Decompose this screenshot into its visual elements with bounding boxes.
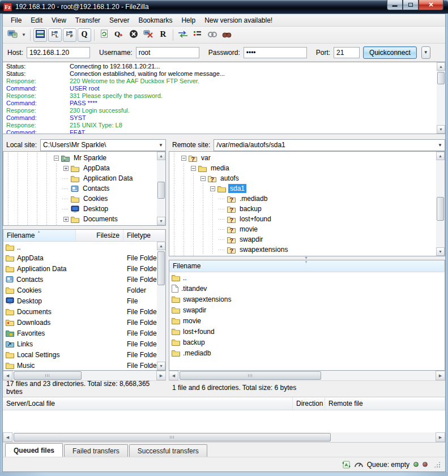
remote-tree-item-var[interactable]: −?var xyxy=(169,153,436,163)
scroll-up-icon[interactable]: ▲ xyxy=(157,242,165,250)
remote-file-row-backup[interactable]: backup xyxy=(169,337,445,348)
quickconnect-button[interactable]: Quickconnect xyxy=(363,46,417,59)
local-tree-item-mr-sparkle[interactable]: −Mr Sparkle xyxy=(3,153,157,163)
remote-tree-item-media[interactable]: −media xyxy=(169,163,436,173)
remote-tree-scrollbar[interactable]: ▲ ▼ xyxy=(436,152,445,256)
remote-file-row-swapdir[interactable]: swapdir xyxy=(169,305,445,315)
local-file-row-cookies[interactable]: CookiesFolder xyxy=(3,285,157,295)
local-tree-scrollbar[interactable]: ▲ ▼ xyxy=(157,152,165,225)
resize-grip[interactable] xyxy=(434,461,441,468)
scroll-up-icon[interactable]: ▲ xyxy=(437,62,445,71)
password-input[interactable] xyxy=(244,47,307,58)
menu-item-help[interactable]: Help xyxy=(177,15,200,25)
remote-file-row-mediadb[interactable]: .mediadb xyxy=(169,348,445,358)
local-tree-item-application-data[interactable]: Application Data xyxy=(3,173,157,183)
remote-tree-item-mediadb[interactable]: ?.mediadb xyxy=(169,194,436,204)
username-input[interactable] xyxy=(136,47,199,58)
local-file-row-appdata[interactable]: AppDataFile Folder xyxy=(3,252,157,263)
expand-icon[interactable]: + xyxy=(61,166,71,171)
remote-tree-item-sda1[interactable]: −sda1 xyxy=(169,183,436,194)
toggle-remote-tree-button[interactable]: F xyxy=(63,28,76,42)
local-file-row-item[interactable]: .. xyxy=(3,242,157,252)
remote-tree-item-autofs[interactable]: −?autofs xyxy=(169,173,436,183)
toggle-queue-button[interactable]: Q xyxy=(78,28,91,42)
column-header-filename[interactable]: Filename▼ xyxy=(169,260,445,272)
queue-hscrollbar[interactable]: ◀ ▶ xyxy=(3,432,445,442)
title-bar[interactable]: Fz 192.168.1.20 - root@192.168.1.20 - Fi… xyxy=(0,0,448,14)
cancel-button[interactable] xyxy=(127,28,140,42)
toggle-local-tree-button[interactable]: L xyxy=(48,28,62,42)
dropdown-caret-icon[interactable]: ▼ xyxy=(20,32,28,37)
local-tree-item-cookies[interactable]: Cookies xyxy=(3,194,157,204)
scroll-left-icon[interactable]: ◀ xyxy=(3,371,12,380)
chevron-down-icon[interactable]: ▼ xyxy=(438,143,442,148)
menu-item-bookmarks[interactable]: Bookmarks xyxy=(134,15,177,25)
scroll-down-icon[interactable]: ▼ xyxy=(157,217,165,225)
remote-tree-item-backup[interactable]: ?backup xyxy=(169,204,436,214)
scroll-right-icon[interactable]: ▶ xyxy=(436,371,445,380)
scroll-down-icon[interactable]: ▼ xyxy=(436,247,445,256)
view-filters-button[interactable] xyxy=(191,28,204,42)
chevron-down-icon[interactable]: ▼ xyxy=(159,143,163,148)
remote-tree-item-swapextensions[interactable]: ?swapextensions xyxy=(169,245,436,255)
scroll-left-icon[interactable]: ◀ xyxy=(169,371,178,380)
tab-queued-files[interactable]: Queued files xyxy=(5,443,63,457)
remote-file-row-lost-found[interactable]: lost+found xyxy=(169,326,445,337)
close-button[interactable]: ✕ xyxy=(419,0,443,10)
local-file-row-application-data[interactable]: Application DataFile Folder xyxy=(3,263,157,274)
column-header-filetype[interactable]: Filetype xyxy=(123,230,165,241)
reconnect-button[interactable]: R xyxy=(156,28,170,42)
collapse-icon[interactable]: − xyxy=(189,166,198,171)
collapse-icon[interactable]: − xyxy=(52,156,61,161)
quickconnect-dropdown-button[interactable]: ▼ xyxy=(421,46,430,59)
local-file-row-desktop[interactable]: DesktopFile xyxy=(3,295,157,306)
local-list-scrollbar[interactable]: ▲ ▼ xyxy=(157,242,165,370)
scroll-left-icon[interactable]: ◀ xyxy=(3,432,12,442)
directory-comparison-button[interactable] xyxy=(176,28,190,42)
local-file-row-downloads[interactable]: DownloadsFile Folder xyxy=(3,317,157,328)
scroll-right-icon[interactable]: ▶ xyxy=(436,432,445,442)
local-file-row-documents[interactable]: DocumentsFile Folder xyxy=(3,306,157,317)
local-tree-item-desktop[interactable]: Desktop xyxy=(3,204,157,214)
collapse-icon[interactable]: − xyxy=(179,156,189,161)
minimize-button[interactable]: ▬ xyxy=(387,0,403,10)
splitter-collapse-icon[interactable]: ▼ xyxy=(304,256,308,260)
queue-list[interactable] xyxy=(3,410,445,432)
menu-item-new-version-available[interactable]: New version available! xyxy=(200,15,277,25)
menu-item-server[interactable]: Server xyxy=(105,15,134,25)
remote-file-row-movie[interactable]: movie xyxy=(169,315,445,326)
local-tree-item-documents[interactable]: +Documents xyxy=(3,214,157,224)
log-scrollbar[interactable]: ▲ ▼ xyxy=(437,62,445,134)
site-manager-button[interactable] xyxy=(6,28,19,42)
scrollbar-thumb[interactable] xyxy=(437,72,445,84)
toggle-log-button[interactable] xyxy=(33,28,47,42)
disconnect-button[interactable] xyxy=(142,28,155,42)
remote-site-combo[interactable]: /var/media/autofs/sda1 ▼ xyxy=(214,139,445,151)
scrollbar-thumb[interactable] xyxy=(14,371,82,380)
port-input[interactable] xyxy=(334,47,360,58)
scrollbar-thumb[interactable] xyxy=(157,182,165,199)
remote-tree-item-dvd[interactable]: ?dvd xyxy=(169,255,436,256)
local-tree-item-downloads[interactable]: +Downloads xyxy=(3,224,157,225)
host-input[interactable] xyxy=(27,47,90,58)
tab-failed-transfers[interactable]: Failed transfers xyxy=(64,444,128,457)
menu-item-transfer[interactable]: Transfer xyxy=(71,15,105,25)
menu-item-edit[interactable]: Edit xyxy=(26,15,47,25)
local-file-row-links[interactable]: LinksFile Folder xyxy=(3,338,157,349)
remote-file-row-item[interactable]: .. xyxy=(169,272,445,283)
column-header-filesize[interactable]: Filesize xyxy=(76,230,123,241)
remote-tree-item-lost-found[interactable]: ?lost+found xyxy=(169,214,436,224)
remote-tree-item-movie[interactable]: ?movie xyxy=(169,224,436,234)
local-file-row-music[interactable]: MusicFile Folder xyxy=(3,360,157,370)
local-hscrollbar[interactable]: ◀ ▶ xyxy=(3,371,166,380)
column-header-remote-file[interactable]: Remote file xyxy=(325,397,445,410)
find-files-button[interactable] xyxy=(220,28,234,42)
local-tree-item-contacts[interactable]: Contacts xyxy=(3,183,157,194)
local-file-row-contacts[interactable]: ContactsFile Folder xyxy=(3,274,157,285)
synchronized-browsing-button[interactable] xyxy=(206,28,219,42)
column-header-server-local-file[interactable]: Server/Local file xyxy=(3,397,293,410)
collapse-icon[interactable]: − xyxy=(208,186,217,191)
local-file-row-local-settings[interactable]: Local SettingsFile Folder xyxy=(3,349,157,360)
remote-hscrollbar[interactable]: ◀ ▶ xyxy=(169,371,445,380)
scroll-down-icon[interactable]: ▼ xyxy=(437,125,445,134)
